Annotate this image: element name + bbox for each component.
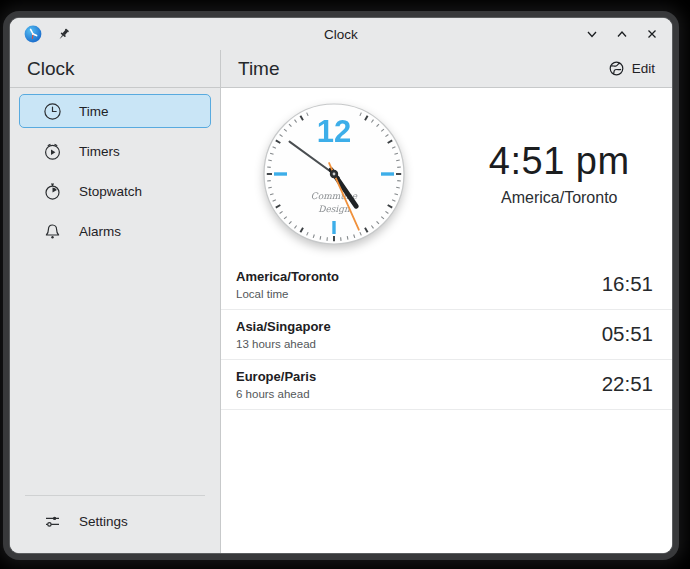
sidebar-item-stopwatch[interactable]: Stopwatch: [19, 174, 211, 208]
close-button[interactable]: [645, 28, 658, 41]
clock-window: Clock Clock Time: [10, 18, 672, 553]
sidebar-footer: Settings: [10, 495, 220, 553]
timezone-row[interactable]: Europe/Paris 6 hours ahead 22:51: [221, 360, 672, 410]
timezone-row[interactable]: America/Toronto Local time 16:51: [221, 260, 672, 310]
clock-icon: [43, 102, 62, 121]
timezone-name: Europe/Paris: [236, 369, 316, 384]
sidebar-title: Clock: [10, 50, 220, 88]
bell-icon: [43, 222, 62, 241]
sidebar-item-label: Alarms: [79, 224, 121, 239]
timezone-time: 22:51: [602, 372, 653, 396]
timezone-texts: Europe/Paris 6 hours ahead: [236, 369, 316, 400]
timezone-time: 05:51: [602, 322, 653, 346]
clock-face-brand-line2: Design: [318, 204, 350, 214]
window-controls: [585, 28, 658, 41]
timezone-description: Local time: [236, 288, 339, 300]
timezone-description: 6 hours ahead: [236, 388, 316, 400]
timezone-row[interactable]: Asia/Singapore 13 hours ahead 05:51: [221, 310, 672, 360]
analog-clock: 12 Commune Design: [262, 102, 406, 246]
sidebar-item-time[interactable]: Time: [19, 94, 211, 128]
sidebar-item-label: Settings: [79, 514, 128, 529]
clock-face-number: 12: [317, 114, 351, 149]
clock-hero: 12 Commune Design 4:51 pm America/Toront…: [221, 88, 672, 260]
digital-time: 4:51 pm: [489, 141, 630, 183]
analog-clock-container: 12 Commune Design: [221, 102, 447, 246]
sidebar-item-alarms[interactable]: Alarms: [19, 214, 211, 248]
edit-button[interactable]: Edit: [607, 57, 657, 80]
sidebar-item-timers[interactable]: Timers: [19, 134, 211, 168]
app-icon: [24, 25, 42, 43]
main-header: Time Edit: [221, 50, 672, 88]
timezone-name: America/Toronto: [236, 269, 339, 284]
sidebar-item-settings[interactable]: Settings: [19, 504, 211, 538]
pin-icon[interactable]: [56, 27, 71, 42]
digital-time-container: 4:51 pm America/Toronto: [447, 141, 673, 208]
page-title: Time: [238, 58, 280, 80]
minimize-button[interactable]: [585, 28, 598, 41]
titlebar: Clock: [10, 18, 672, 50]
globe-icon: [609, 61, 624, 76]
digital-timezone: America/Toronto: [501, 189, 618, 207]
app-body: Clock Time Timers: [10, 50, 672, 553]
edit-label: Edit: [632, 61, 655, 76]
timezone-texts: Asia/Singapore 13 hours ahead: [236, 319, 331, 350]
sidebar-item-label: Timers: [79, 144, 120, 159]
sidebar-item-label: Stopwatch: [79, 184, 142, 199]
sidebar: Clock Time Timers: [10, 50, 221, 553]
main-pane: Time Edit 12 Commun: [221, 50, 672, 553]
timezone-texts: America/Toronto Local time: [236, 269, 339, 300]
timezone-description: 13 hours ahead: [236, 338, 331, 350]
window-title: Clock: [10, 27, 672, 42]
stopwatch-icon: [43, 182, 62, 201]
sidebar-divider: [25, 495, 205, 496]
sidebar-nav: Time Timers: [10, 88, 220, 254]
timer-icon: [43, 142, 62, 161]
timezone-time: 16:51: [602, 272, 653, 296]
timezone-name: Asia/Singapore: [236, 319, 331, 334]
sidebar-item-label: Time: [79, 104, 109, 119]
maximize-button[interactable]: [615, 28, 628, 41]
sliders-icon: [43, 512, 62, 531]
timezone-list: America/Toronto Local time 16:51 Asia/Si…: [221, 260, 672, 410]
